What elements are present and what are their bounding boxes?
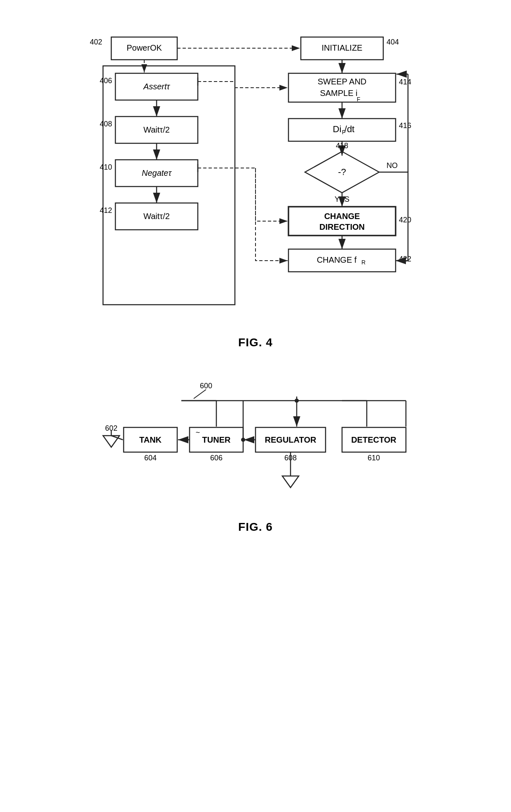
svg-text:Negateτ: Negateτ (142, 168, 172, 177)
svg-text:TANK: TANK (139, 435, 162, 444)
svg-text:INITIALIZE: INITIALIZE (322, 43, 363, 52)
svg-text:Waitτ/2: Waitτ/2 (143, 125, 170, 134)
svg-marker-92 (282, 476, 299, 488)
svg-text:~: ~ (196, 428, 200, 436)
svg-rect-2 (103, 66, 235, 305)
svg-text:NO: NO (387, 161, 398, 170)
fig6-container: 600 602 TANK 604 TUNER 606 ~ (70, 374, 441, 534)
svg-text:PowerOK: PowerOK (127, 43, 162, 52)
svg-text:Di: Di (333, 124, 342, 134)
svg-text:606: 606 (210, 454, 223, 462)
svg-text:SWEEP AND: SWEEP AND (318, 77, 367, 86)
svg-text:420: 420 (399, 216, 411, 224)
svg-text:404: 404 (387, 38, 399, 46)
svg-text:610: 610 (368, 454, 380, 462)
svg-text:Assertτ: Assertτ (143, 82, 171, 91)
svg-text:TUNER: TUNER (202, 435, 231, 444)
svg-text:F: F (357, 96, 361, 103)
fig4-title: FIG. 4 (70, 336, 441, 349)
svg-text:410: 410 (100, 163, 112, 171)
svg-text:408: 408 (100, 120, 112, 128)
svg-text:CHANGE f: CHANGE f (317, 255, 357, 264)
svg-text:416: 416 (399, 121, 411, 130)
svg-text:406: 406 (100, 77, 112, 85)
svg-text:/dt: /dt (345, 124, 354, 134)
svg-text:414: 414 (399, 78, 411, 86)
fig6-diagram: 600 602 TANK 604 TUNER 606 ~ (78, 374, 433, 514)
svg-text:R: R (361, 259, 366, 266)
svg-line-61 (194, 390, 206, 399)
svg-text:SAMPLE i: SAMPLE i (320, 89, 357, 98)
svg-text:DETECTOR: DETECTOR (351, 435, 396, 444)
svg-text:DIRECTION: DIRECTION (319, 222, 365, 231)
svg-text:422: 422 (399, 255, 411, 263)
svg-text:418: 418 (336, 142, 348, 150)
svg-point-83 (241, 438, 245, 442)
svg-text:412: 412 (100, 206, 112, 215)
svg-text:Waitτ/2: Waitτ/2 (143, 212, 170, 221)
svg-text:402: 402 (90, 38, 102, 46)
fig4-diagram: PowerOK 402 INITIALIZE 404 SWEEP AND SAM… (78, 16, 433, 329)
fig6-title: FIG. 6 (70, 520, 441, 534)
fig4-container: PowerOK 402 INITIALIZE 404 SWEEP AND SAM… (70, 16, 441, 349)
svg-text:REGULATOR: REGULATOR (265, 435, 316, 444)
svg-text:-?: -? (338, 167, 346, 177)
svg-text:604: 604 (144, 454, 157, 462)
svg-text:CHANGE: CHANGE (324, 212, 360, 221)
svg-text:600: 600 (200, 382, 212, 390)
